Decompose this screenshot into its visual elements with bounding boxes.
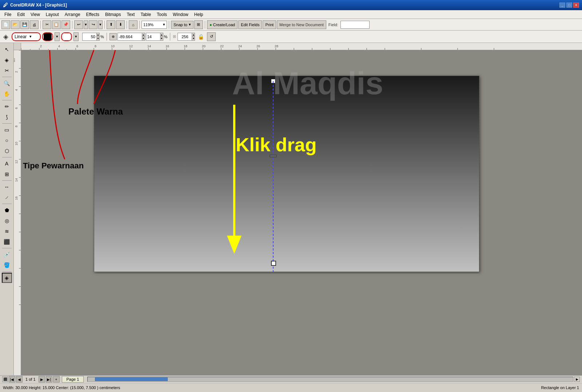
copy-btn[interactable]: 📋 <box>52 20 61 29</box>
menu-file[interactable]: File <box>1 11 14 18</box>
snap-to-dropdown[interactable]: Snap to ▾ <box>171 21 194 29</box>
percent-spinbox[interactable]: ▲ ▼ <box>82 32 100 41</box>
menu-help[interactable]: Help <box>191 11 206 18</box>
undo-dropdown[interactable]: ▾ <box>84 20 88 29</box>
export-btn[interactable]: ⬇ <box>116 20 125 29</box>
print-merge-btn[interactable]: Print <box>263 20 276 29</box>
eyedropper-tool[interactable]: 💉 <box>2 249 12 260</box>
object-info: Rectangle on Layer 1 <box>541 385 579 390</box>
shape-tool[interactable]: ◈ <box>2 55 12 65</box>
ruler-left-svg: 2 4 6 8 10 12 14 16 cm <box>14 50 21 375</box>
percent-value[interactable] <box>82 33 97 41</box>
gradient-line-svg <box>94 76 479 272</box>
menu-edit[interactable]: Edit <box>14 11 28 18</box>
menu-table[interactable]: Table <box>137 11 154 18</box>
contour-tool[interactable]: ◎ <box>2 216 12 226</box>
page-prev-btn[interactable]: ◀ <box>16 376 23 383</box>
menu-arrange[interactable]: Arrange <box>62 11 83 18</box>
canvas-container: 2 4 6 8 10 12 14 16 18 20 22 24 26 28 <box>14 43 582 375</box>
zoom-input[interactable]: 119% ▾ <box>141 21 167 29</box>
gradient-handle-bottom[interactable] <box>271 261 276 266</box>
zoom-tool[interactable]: 🔍 <box>2 78 12 88</box>
menu-layout[interactable]: Layout <box>43 11 62 18</box>
ruler-corner <box>14 43 21 50</box>
freehand-tool[interactable]: ✏ <box>2 101 12 112</box>
menu-tools[interactable]: Tools <box>154 11 170 18</box>
select-tool[interactable]: ↖ <box>2 44 12 55</box>
envelope-tool[interactable]: ⬛ <box>2 237 12 247</box>
color-from-dropdown[interactable]: ▾ <box>55 32 60 41</box>
snap-icon[interactable]: ⊞ <box>194 20 203 29</box>
reset-btn[interactable]: ↺ <box>207 32 216 41</box>
crop-tool[interactable]: ✂ <box>2 65 12 76</box>
menu-text[interactable]: Text <box>124 11 137 18</box>
color-from-swatch <box>44 33 52 40</box>
interactive-fill-tool[interactable]: ◈ <box>2 273 12 283</box>
import-btn[interactable]: ⬆ <box>107 20 115 29</box>
svg-text:10: 10 <box>111 44 115 48</box>
field-input[interactable] <box>340 21 370 29</box>
page-add-btn[interactable]: + <box>53 376 60 383</box>
percent-symbol: % <box>100 35 104 39</box>
redo-btn[interactable]: ↪ <box>89 20 97 29</box>
separator1 <box>40 21 41 29</box>
size-value[interactable] <box>178 33 192 41</box>
y-spinbox[interactable]: ▲ ▼ <box>146 32 163 41</box>
tool-sep3 <box>2 123 12 124</box>
menu-window[interactable]: Window <box>170 11 191 18</box>
text-tool[interactable]: A <box>2 159 12 169</box>
dimension-tool[interactable]: ↔ <box>2 182 12 192</box>
page-tab-1[interactable]: Page 1 <box>62 376 84 383</box>
paste-btn[interactable]: 📌 <box>61 20 70 29</box>
hscroll-track[interactable] <box>87 377 573 382</box>
redo-dropdown[interactable]: ▾ <box>98 20 103 29</box>
toolbox: ↖ ◈ ✂ 🔍 ✋ ✏ ⟆ ▭ ○ ⬡ A ⊞ ↔ ⟋ ⬟ ◎ ≋ ⬛ 💉 🪣 … <box>0 43 14 375</box>
x-spinbox[interactable]: ▲ ▼ <box>117 32 145 41</box>
welcome-btn[interactable]: ⌂ <box>129 20 137 29</box>
new-btn[interactable]: 📄 <box>1 20 10 29</box>
hscroll-right-btn[interactable]: ▶ <box>574 377 580 382</box>
drawing-surface[interactable] <box>94 76 479 272</box>
blend-tool[interactable]: ⬟ <box>2 205 12 215</box>
page-next-btn[interactable]: ▶ <box>39 376 45 383</box>
statusbar: Width: 30.000 Height: 15.000 Center: (15… <box>0 384 582 392</box>
percent-spin-up[interactable]: ▲ ▼ <box>97 33 100 41</box>
field-label: Field: <box>327 23 340 27</box>
x-value[interactable] <box>117 33 142 41</box>
print-toolbar-btn[interactable]: 🖨 <box>30 20 39 29</box>
svg-text:16: 16 <box>15 196 18 200</box>
size-spinbox[interactable]: ▲ ▼ <box>178 32 195 41</box>
close-btn[interactable]: × <box>573 3 579 8</box>
gradient-type-dropdown[interactable]: Linear ▾ <box>12 32 41 41</box>
separator7 <box>205 21 205 29</box>
merge-to-new-doc-btn[interactable]: Merge to New Document <box>277 20 326 29</box>
save-btn[interactable]: 💾 <box>20 20 29 29</box>
hscroll-thumb[interactable] <box>95 377 168 381</box>
color-to-swatch <box>63 33 71 40</box>
page-last-btn[interactable]: ▶| <box>46 376 52 383</box>
pan-tool[interactable]: ✋ <box>2 89 12 99</box>
undo-btn[interactable]: ↩ <box>74 20 83 29</box>
polygon-tool[interactable]: ⬡ <box>2 146 12 156</box>
color-from-box[interactable] <box>42 32 53 41</box>
color-to-box[interactable] <box>61 32 72 41</box>
connector-tool[interactable]: ⟋ <box>2 192 12 203</box>
y-value[interactable] <box>146 33 160 41</box>
create-load-btn[interactable]: ● Create/Load <box>207 20 238 29</box>
menu-view[interactable]: View <box>28 11 43 18</box>
cut-btn[interactable]: ✂ <box>43 20 51 29</box>
ellipse-tool[interactable]: ○ <box>2 135 12 145</box>
edit-fields-btn[interactable]: Edit Fields <box>238 20 262 29</box>
page-first-btn[interactable]: |◀ <box>9 376 15 383</box>
color-to-dropdown[interactable]: ▾ <box>73 32 79 41</box>
minimize-btn[interactable]: _ <box>559 3 565 8</box>
fill-bucket-tool[interactable]: 🪣 <box>2 260 12 270</box>
smart-draw-tool[interactable]: ⟆ <box>2 112 12 122</box>
distort-tool[interactable]: ≋ <box>2 226 12 236</box>
menu-bitmaps[interactable]: Bitmaps <box>102 11 124 18</box>
open-btn[interactable]: 📂 <box>11 20 20 29</box>
table-insert-tool[interactable]: ⊞ <box>2 169 12 179</box>
menu-effects[interactable]: Effects <box>83 11 102 18</box>
rect-tool[interactable]: ▭ <box>2 125 12 135</box>
maximize-btn[interactable]: □ <box>566 3 572 8</box>
